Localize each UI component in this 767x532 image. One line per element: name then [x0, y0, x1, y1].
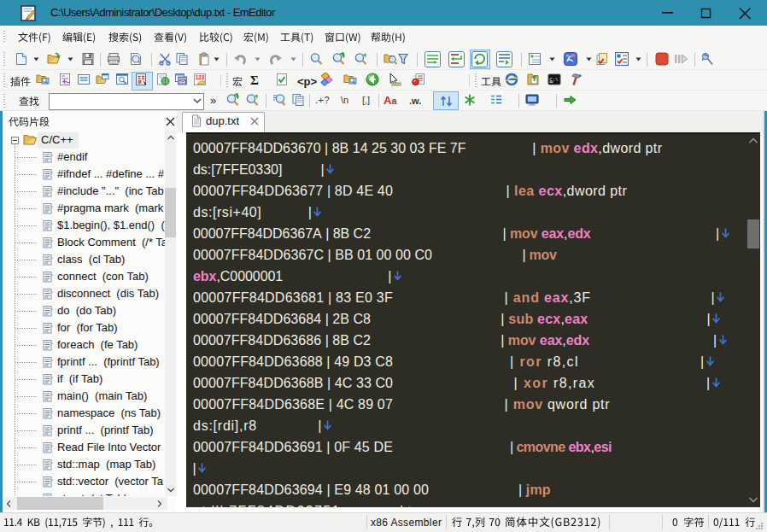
svg-text:C:\: C:\: [550, 77, 559, 83]
svg-text:123: 123: [196, 74, 205, 80]
